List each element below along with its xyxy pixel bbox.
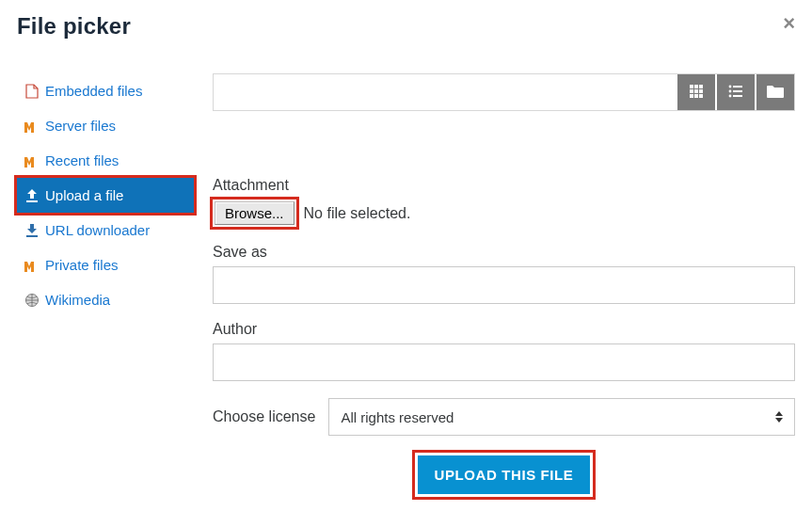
svg-point-14 (729, 94, 732, 97)
upload-icon (24, 188, 40, 203)
sidebar-item-label: Wikimedia (45, 292, 110, 308)
author-label: Author (213, 321, 795, 338)
view-toolbar (213, 73, 795, 111)
license-label: Choose license (213, 408, 315, 425)
view-grid-button[interactable] (677, 74, 715, 110)
upload-this-file-button[interactable]: UPLOAD THIS FILE (418, 455, 591, 494)
svg-rect-7 (690, 94, 693, 98)
folder-icon (767, 85, 784, 101)
sidebar-item-url-downloader[interactable]: URL downloader (17, 213, 194, 248)
m-icon (24, 258, 40, 273)
svg-rect-2 (694, 85, 698, 88)
license-select[interactable]: All rights reserved (328, 398, 795, 436)
svg-rect-6 (699, 89, 703, 93)
svg-rect-9 (699, 94, 703, 98)
sidebar-item-label: Private files (45, 257, 119, 273)
m-icon (24, 119, 40, 134)
no-file-selected-text: No file selected. (304, 205, 411, 222)
svg-rect-11 (733, 86, 742, 88)
svg-rect-4 (690, 89, 693, 93)
attachment-label: Attachment (213, 177, 795, 194)
view-list-button[interactable] (717, 74, 755, 110)
save-as-input[interactable] (213, 266, 795, 304)
grid-icon (689, 84, 704, 102)
list-icon (728, 84, 743, 102)
sidebar-item-upload-a-file[interactable]: Upload a file (17, 178, 194, 213)
close-icon[interactable]: × (783, 13, 795, 34)
svg-point-12 (729, 89, 732, 92)
download-icon (24, 223, 40, 238)
main-panel: Attachment Browse... No file selected. S… (213, 73, 795, 497)
svg-rect-8 (694, 94, 698, 98)
chevron-updown-icon (775, 411, 783, 423)
svg-rect-13 (733, 90, 742, 92)
sidebar-item-wikimedia[interactable]: Wikimedia (17, 282, 194, 317)
sidebar-item-label: Upload a file (45, 187, 123, 203)
svg-rect-5 (694, 89, 698, 93)
sidebar-item-label: URL downloader (45, 222, 150, 238)
sidebar-item-label: Recent files (45, 152, 119, 168)
repository-sidebar: Embedded files Server files Recent files… (17, 73, 194, 317)
dialog-title: File picker (0, 0, 812, 45)
save-as-label: Save as (213, 244, 795, 261)
globe-icon (24, 293, 40, 308)
m-icon (24, 153, 40, 168)
sidebar-item-embedded-files[interactable]: Embedded files (17, 73, 194, 108)
sidebar-item-label: Server files (45, 118, 116, 134)
svg-rect-3 (699, 85, 703, 88)
sidebar-item-label: Embedded files (45, 83, 142, 99)
sidebar-item-server-files[interactable]: Server files (17, 108, 194, 143)
svg-rect-1 (690, 85, 693, 88)
svg-rect-15 (733, 95, 742, 97)
svg-point-10 (729, 85, 732, 88)
author-input[interactable] (213, 343, 795, 381)
file-icon (24, 84, 40, 99)
license-selected-value: All rights reserved (341, 409, 454, 425)
sidebar-item-private-files[interactable]: Private files (17, 248, 194, 282)
view-folder-button[interactable] (756, 74, 794, 110)
sidebar-item-recent-files[interactable]: Recent files (17, 143, 194, 178)
browse-button[interactable]: Browse... (215, 201, 295, 225)
